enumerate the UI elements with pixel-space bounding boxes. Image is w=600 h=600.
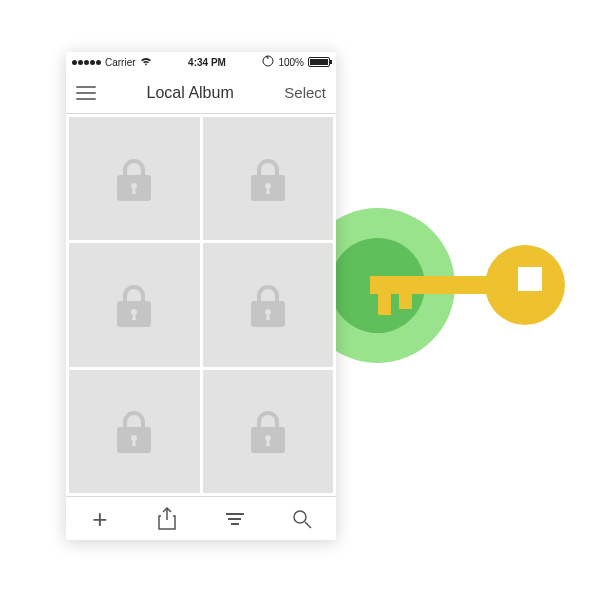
lock-icon <box>249 409 287 453</box>
svg-point-6 <box>294 511 306 523</box>
wifi-icon <box>140 57 152 68</box>
lock-icon <box>115 157 153 201</box>
plus-icon: + <box>92 506 107 532</box>
key-icon <box>370 235 565 335</box>
svg-line-7 <box>305 522 311 528</box>
add-button[interactable]: + <box>78 497 122 541</box>
album-cell[interactable] <box>203 243 334 366</box>
search-button[interactable] <box>280 497 324 541</box>
page-title: Local Album <box>147 84 234 102</box>
carrier-label: Carrier <box>105 57 136 68</box>
phone-frame: Carrier 4:34 PM 100% Local Album Select <box>66 52 336 540</box>
select-button[interactable]: Select <box>284 84 326 101</box>
unlock-graphic <box>300 200 560 370</box>
tabbar: + <box>66 496 336 540</box>
menu-button[interactable] <box>76 86 96 100</box>
rotation-lock-icon <box>262 55 274 69</box>
album-grid <box>66 114 336 496</box>
album-cell[interactable] <box>203 117 334 240</box>
lock-icon <box>115 409 153 453</box>
sort-icon <box>226 513 244 525</box>
lock-icon <box>249 283 287 327</box>
album-cell[interactable] <box>203 370 334 493</box>
lock-icon <box>249 157 287 201</box>
share-icon <box>157 507 177 531</box>
album-cell[interactable] <box>69 117 200 240</box>
album-cell[interactable] <box>69 370 200 493</box>
battery-percent-label: 100% <box>278 57 304 68</box>
signal-dots-icon <box>72 60 101 65</box>
battery-icon <box>308 57 330 67</box>
svg-rect-4 <box>518 267 542 291</box>
clock-label: 4:34 PM <box>188 57 226 68</box>
status-bar: Carrier 4:34 PM 100% <box>66 52 336 72</box>
lock-icon <box>115 283 153 327</box>
search-icon <box>292 509 312 529</box>
svg-rect-3 <box>399 287 412 309</box>
share-button[interactable] <box>145 497 189 541</box>
svg-rect-2 <box>378 287 391 315</box>
sort-button[interactable] <box>213 497 257 541</box>
album-cell[interactable] <box>69 243 200 366</box>
navbar: Local Album Select <box>66 72 336 114</box>
